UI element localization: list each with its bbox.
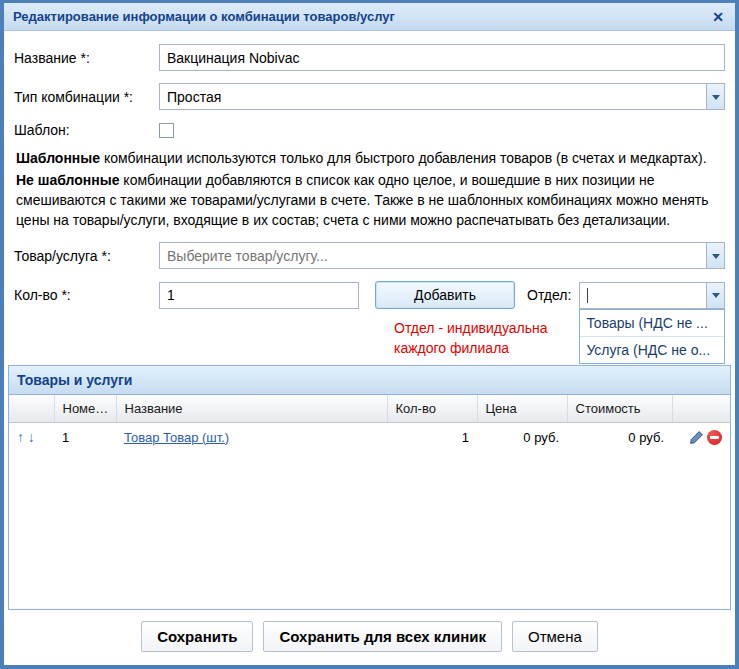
non-template-note-body: комбинации добавляются в список как одно… [16, 172, 708, 228]
table-row: ↑ ↓ 1 Товар Товар (шт.) 1 0 руб. 0 руб. [9, 423, 730, 452]
quantity-input[interactable] [159, 282, 359, 309]
row-name-cell: Товар Товар (шт.) [116, 423, 387, 452]
combination-info-text: Шаблонные комбинации используются только… [16, 148, 723, 230]
chevron-down-icon [712, 254, 720, 263]
row-price: 0 руб. [477, 423, 567, 452]
row-actions-cell [672, 423, 730, 452]
products-grid: Номе… Название Кол-во Цена Стоимость ↑ ↓… [9, 395, 730, 451]
row-cost: 0 руб. [567, 423, 672, 452]
combination-type-combo[interactable] [159, 83, 725, 110]
grid-header-cost[interactable]: Стоимость [567, 395, 672, 423]
quantity-label: Кол-во *: [14, 287, 159, 303]
product-combo-trigger[interactable] [706, 243, 724, 268]
dialog-body: Название *: Тип комбинации *: Шаблон: Ша… [4, 31, 735, 365]
combination-type-label: Тип комбинации *: [14, 89, 159, 105]
name-input[interactable] [159, 44, 725, 71]
save-button[interactable]: Сохранить [141, 621, 253, 652]
grid-header-row: Номе… Название Кол-во Цена Стоимость [9, 395, 730, 423]
combination-type-row: Тип комбинации *: [14, 83, 725, 110]
product-label: Товар/услуга *: [14, 248, 159, 264]
row-qty: 1 [387, 423, 477, 452]
template-combinations-note: Шаблонные комбинации используются только… [16, 148, 723, 168]
template-note-body: комбинации используются только для быстр… [100, 150, 707, 166]
edit-pencil-icon[interactable] [689, 430, 704, 445]
department-dropdown-list: Товары (НДС не ... Услуга (НДС не о... [579, 309, 725, 364]
department-combo[interactable]: Товары (НДС не ... Услуга (НДС не о... [579, 282, 725, 309]
quantity-row: Кол-во *: Добавить Отдел: Товары (НДС не… [14, 281, 725, 309]
non-template-note-lead: Не шаблонные [16, 172, 119, 188]
grid-empty-area [9, 451, 730, 609]
combination-type-input[interactable] [160, 84, 706, 109]
chevron-down-icon [712, 293, 720, 302]
product-row: Товар/услуга *: [14, 242, 725, 269]
move-up-icon[interactable]: ↑ [17, 429, 24, 445]
reorder-cell: ↑ ↓ [9, 423, 54, 452]
template-checkbox[interactable] [159, 123, 174, 138]
name-row: Название *: [14, 44, 725, 71]
grid-header-price[interactable]: Цена [477, 395, 567, 423]
products-panel-title: Товары и услуги [9, 366, 730, 395]
close-icon[interactable]: ✕ [710, 10, 726, 24]
department-input[interactable] [580, 283, 706, 308]
grid-header-qty[interactable]: Кол-во [387, 395, 477, 423]
dialog-title: Редактирование информации о комбинации т… [13, 9, 710, 24]
department-option-service[interactable]: Услуга (НДС не о... [580, 336, 724, 363]
department-option-goods[interactable]: Товары (НДС не ... [580, 310, 724, 336]
non-template-combinations-note: Не шаблонные комбинации добавляются в сп… [16, 170, 723, 230]
combination-type-trigger[interactable] [706, 84, 724, 109]
template-label: Шаблон: [14, 122, 159, 138]
grid-header-reorder [9, 395, 54, 423]
cancel-button[interactable]: Отмена [512, 621, 598, 652]
add-button[interactable]: Добавить [375, 281, 515, 309]
text-caret [587, 288, 588, 303]
department-combo-trigger[interactable] [706, 283, 724, 308]
product-combo[interactable] [159, 242, 725, 269]
department-label: Отдел: [527, 287, 571, 303]
product-input[interactable] [160, 243, 706, 268]
dialog-footer: Сохранить Сохранить для всех клиник Отме… [4, 610, 735, 665]
delete-minus-icon[interactable] [707, 430, 722, 445]
template-note-lead: Шаблонные [16, 150, 100, 166]
edit-combination-dialog: Редактирование информации о комбинации т… [0, 0, 739, 669]
grid-header-actions [672, 395, 730, 423]
save-for-all-clinics-button[interactable]: Сохранить для всех клиник [263, 621, 502, 652]
grid-header-name[interactable]: Название [116, 395, 387, 423]
chevron-down-icon [712, 95, 720, 104]
name-label: Название *: [14, 50, 159, 66]
product-link[interactable]: Товар Товар (шт.) [124, 430, 229, 445]
row-number: 1 [54, 423, 116, 452]
products-panel: Товары и услуги Номе… Название Кол-во Це… [8, 365, 731, 610]
move-down-icon[interactable]: ↓ [28, 429, 35, 445]
dialog-titlebar: Редактирование информации о комбинации т… [4, 3, 735, 31]
template-row: Шаблон: [14, 122, 725, 138]
grid-header-number[interactable]: Номе… [54, 395, 116, 423]
